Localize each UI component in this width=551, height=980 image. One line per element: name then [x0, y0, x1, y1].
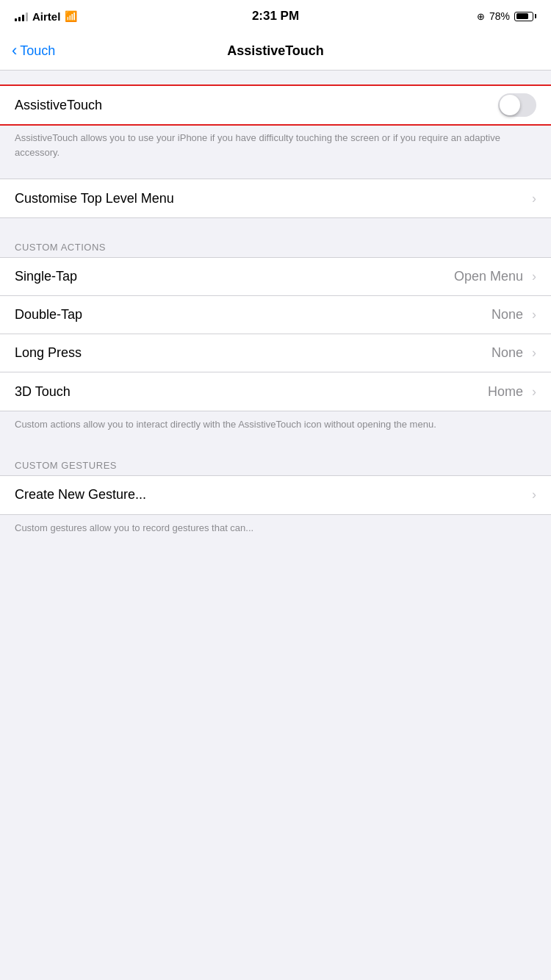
- 3d-touch-right: Home ›: [488, 384, 536, 400]
- chevron-right-icon-4: ›: [532, 384, 536, 400]
- double-tap-label: Double-Tap: [15, 307, 491, 323]
- custom-actions-header: CUSTOM ACTIONS: [0, 233, 551, 257]
- status-time: 2:31 PM: [252, 9, 299, 24]
- back-label: Touch: [20, 43, 55, 59]
- spacer-3: [0, 444, 551, 451]
- chevron-right-icon-5: ›: [532, 487, 536, 502]
- double-tap-right: None ›: [491, 307, 536, 323]
- screen-rotation-lock-icon: ⊕: [477, 11, 485, 22]
- custom-actions-footer: Custom actions allow you to interact dir…: [0, 411, 551, 444]
- chevron-right-icon-3: ›: [532, 345, 536, 361]
- assistive-touch-section: AssistiveTouch AssistiveTouch allows you…: [0, 85, 551, 171]
- toggle-knob: [500, 95, 520, 115]
- create-new-gesture-row[interactable]: Create New Gesture... ›: [0, 476, 551, 514]
- long-press-row[interactable]: Long Press None ›: [0, 334, 551, 372]
- long-press-value: None: [491, 345, 523, 361]
- create-new-gesture-label: Create New Gesture...: [15, 487, 529, 502]
- custom-gestures-footer: Custom gestures allow you to record gest…: [0, 515, 551, 547]
- long-press-right: None ›: [491, 345, 536, 361]
- 3d-touch-label: 3D Touch: [15, 384, 488, 400]
- single-tap-right: Open Menu ›: [454, 269, 536, 284]
- customise-menu-table: Customise Top Level Menu ›: [0, 179, 551, 218]
- spacer-1: [0, 171, 551, 179]
- custom-gestures-header: CUSTOM GESTURES: [0, 451, 551, 475]
- double-tap-row[interactable]: Double-Tap None ›: [0, 296, 551, 334]
- customise-menu-row[interactable]: Customise Top Level Menu ›: [0, 179, 551, 217]
- single-tap-value: Open Menu: [454, 269, 523, 284]
- single-tap-label: Single-Tap: [15, 269, 454, 284]
- assistive-touch-table: AssistiveTouch: [0, 85, 551, 125]
- chevron-right-icon-1: ›: [532, 269, 536, 284]
- nav-bar: ‹ Touch AssistiveTouch: [0, 32, 551, 71]
- status-right: ⊕ 78%: [419, 10, 536, 22]
- assistive-touch-footer: AssistiveTouch allows you to use your iP…: [0, 125, 551, 171]
- chevron-right-icon: ›: [532, 191, 536, 206]
- 3d-touch-value: Home: [488, 384, 523, 400]
- status-left: Airtel 📶: [15, 10, 132, 23]
- status-bar: Airtel 📶 2:31 PM ⊕ 78%: [0, 0, 551, 32]
- assistive-touch-toggle-row[interactable]: AssistiveTouch: [0, 86, 551, 124]
- assistive-touch-label: AssistiveTouch: [15, 98, 498, 113]
- page-title: AssistiveTouch: [227, 43, 324, 59]
- carrier-label: Airtel: [32, 10, 60, 23]
- spacer-2: [0, 218, 551, 233]
- double-tap-value: None: [491, 307, 523, 323]
- wifi-icon: 📶: [65, 10, 77, 22]
- signal-bars-icon: [15, 11, 28, 21]
- battery-percent-label: 78%: [489, 10, 510, 22]
- chevron-right-icon-2: ›: [532, 307, 536, 323]
- back-arrow-icon: ‹: [12, 43, 17, 59]
- 3d-touch-row[interactable]: 3D Touch Home ›: [0, 372, 551, 411]
- battery-icon: [514, 12, 536, 21]
- custom-actions-table: Single-Tap Open Menu › Double-Tap None ›…: [0, 257, 551, 411]
- single-tap-row[interactable]: Single-Tap Open Menu ›: [0, 258, 551, 296]
- back-button[interactable]: ‹ Touch: [12, 43, 55, 59]
- long-press-label: Long Press: [15, 345, 491, 361]
- assistive-touch-toggle[interactable]: [498, 93, 536, 117]
- content: AssistiveTouch AssistiveTouch allows you…: [0, 71, 551, 547]
- custom-gestures-table: Create New Gesture... ›: [0, 475, 551, 515]
- customise-menu-label: Customise Top Level Menu: [15, 191, 529, 206]
